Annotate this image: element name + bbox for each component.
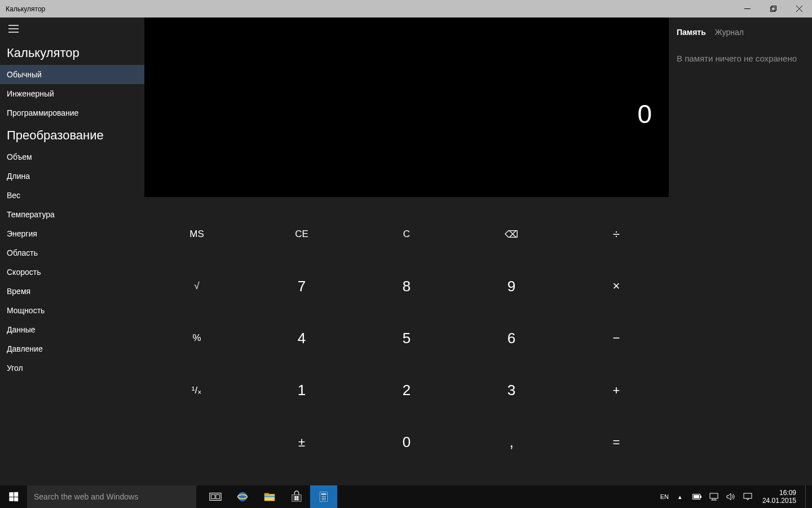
key-decimal[interactable]: , xyxy=(459,417,564,468)
tab-history[interactable]: Журнал xyxy=(715,28,744,37)
key-sqrt[interactable]: √ xyxy=(144,260,249,312)
display-area: 0 xyxy=(144,17,669,197)
key-divide[interactable]: ÷ xyxy=(564,208,669,260)
taskbar-explorer-icon[interactable] xyxy=(256,485,283,508)
key-c[interactable]: C xyxy=(354,208,459,260)
key-empty xyxy=(144,417,249,468)
key-percent[interactable]: % xyxy=(144,312,249,364)
tray-battery-icon[interactable] xyxy=(691,485,703,508)
sidebar-conv-energy[interactable]: Энергия xyxy=(0,224,144,243)
tray-volume-icon[interactable] xyxy=(725,485,736,508)
sidebar-conv-pressure[interactable]: Давление xyxy=(0,339,144,358)
taskbar-store-icon[interactable] xyxy=(283,485,310,508)
svg-point-23 xyxy=(321,496,323,497)
tray-clock[interactable]: 16:09 24.01.2015 xyxy=(759,489,800,505)
key-2[interactable]: 2 xyxy=(354,365,459,417)
sidebar-conv-weight[interactable]: Вес xyxy=(0,186,144,205)
sidebar-conv-data[interactable]: Данные xyxy=(0,320,144,339)
svg-point-28 xyxy=(325,498,326,499)
key-0[interactable]: 0 xyxy=(354,417,459,468)
key-5[interactable]: 5 xyxy=(354,312,459,364)
sidebar: Калькулятор Обычный Инженерный Программи… xyxy=(0,17,144,485)
sidebar-conv-angle[interactable]: Угол xyxy=(0,358,144,378)
windows-logo-icon xyxy=(9,492,18,501)
svg-rect-22 xyxy=(321,493,326,496)
sidebar-conv-area[interactable]: Область xyxy=(0,243,144,262)
hamburger-menu-icon[interactable] xyxy=(0,17,27,40)
memory-history-panel: Память Журнал В памяти ничего не сохране… xyxy=(669,17,812,485)
maximize-button[interactable] xyxy=(760,0,786,17)
sidebar-mode-programmer[interactable]: Программирование xyxy=(0,103,144,122)
key-equals[interactable]: = xyxy=(564,417,669,468)
svg-rect-10 xyxy=(216,494,219,498)
taskbar-ie-icon[interactable] xyxy=(229,485,256,508)
task-view-button[interactable] xyxy=(202,485,229,508)
svg-rect-15 xyxy=(264,496,275,497)
tray-show-hidden-icon[interactable]: ▴ xyxy=(674,485,686,508)
show-desktop-button[interactable] xyxy=(805,485,810,508)
start-button[interactable] xyxy=(0,485,27,508)
backspace-icon: ⌫ xyxy=(505,229,518,240)
sidebar-section-calculator: Калькулятор xyxy=(0,40,144,65)
svg-point-25 xyxy=(325,496,326,497)
sidebar-section-conversion: Преобразование xyxy=(0,122,144,147)
key-6[interactable]: 6 xyxy=(459,312,564,364)
svg-rect-34 xyxy=(694,495,699,498)
tray-action-center-icon[interactable] xyxy=(742,485,753,508)
svg-rect-33 xyxy=(700,496,701,498)
panel-tabs: Память Журнал xyxy=(677,28,804,37)
key-1[interactable]: 1 xyxy=(249,365,354,417)
minimize-button[interactable] xyxy=(734,0,760,17)
display-value: 0 xyxy=(637,99,652,129)
key-backspace[interactable]: ⌫ xyxy=(459,208,564,260)
sidebar-conv-speed[interactable]: Скорость xyxy=(0,262,144,282)
svg-rect-14 xyxy=(264,493,269,496)
system-tray: EN ▴ 16:09 24.01.2015 xyxy=(660,485,812,508)
svg-point-27 xyxy=(323,498,324,499)
svg-rect-20 xyxy=(297,498,298,500)
sidebar-conv-power[interactable]: Мощность xyxy=(0,301,144,320)
taskbar-search-input[interactable]: Search the web and Windows xyxy=(27,485,196,508)
key-plus[interactable]: + xyxy=(564,365,669,417)
window-titlebar: Калькулятор xyxy=(0,0,812,17)
svg-rect-35 xyxy=(710,493,718,498)
svg-rect-18 xyxy=(297,496,298,498)
key-4[interactable]: 4 xyxy=(249,312,354,364)
key-ce[interactable]: CE xyxy=(249,208,354,260)
memory-empty-message: В памяти ничего не сохранено xyxy=(677,52,804,64)
tab-memory[interactable]: Память xyxy=(677,28,706,37)
sidebar-mode-scientific[interactable]: Инженерный xyxy=(0,84,144,103)
taskbar-calculator-icon[interactable] xyxy=(310,485,337,508)
search-placeholder: Search the web and Windows xyxy=(34,492,138,501)
svg-rect-19 xyxy=(294,498,296,500)
tray-network-icon[interactable] xyxy=(708,485,720,508)
window-title: Калькулятор xyxy=(6,5,45,13)
close-button[interactable] xyxy=(786,0,812,17)
sidebar-conv-length[interactable]: Длина xyxy=(0,167,144,186)
key-7[interactable]: 7 xyxy=(249,260,354,312)
svg-rect-1 xyxy=(770,7,775,12)
svg-rect-9 xyxy=(211,494,215,498)
svg-rect-16 xyxy=(292,494,302,501)
sidebar-conv-volume[interactable]: Объем xyxy=(0,147,144,167)
key-ms[interactable]: MS xyxy=(144,208,249,260)
svg-point-26 xyxy=(321,498,323,499)
key-multiply[interactable]: × xyxy=(564,260,669,312)
svg-point-31 xyxy=(325,500,326,501)
sidebar-conv-temperature[interactable]: Температура xyxy=(0,205,144,224)
key-minus[interactable]: − xyxy=(564,312,669,364)
keypad: MS CE C ⌫ ÷ √ 7 8 9 × % 4 5 6 − ¹/ₓ 1 2 … xyxy=(144,197,669,485)
key-3[interactable]: 3 xyxy=(459,365,564,417)
tray-language[interactable]: EN xyxy=(660,493,669,500)
key-9[interactable]: 9 xyxy=(459,260,564,312)
svg-rect-2 xyxy=(771,6,776,11)
tray-date: 24.01.2015 xyxy=(762,497,796,505)
calculator-main: 0 MS CE C ⌫ ÷ √ 7 8 9 × % 4 5 6 − ¹/ₓ 1 … xyxy=(144,17,669,485)
key-plusminus[interactable]: ± xyxy=(249,417,354,468)
sidebar-mode-standard[interactable]: Обычный xyxy=(0,65,144,84)
svg-point-30 xyxy=(323,500,324,501)
sidebar-conv-time[interactable]: Время xyxy=(0,282,144,301)
key-reciprocal[interactable]: ¹/ₓ xyxy=(144,365,249,417)
svg-rect-39 xyxy=(744,493,752,498)
key-8[interactable]: 8 xyxy=(354,260,459,312)
